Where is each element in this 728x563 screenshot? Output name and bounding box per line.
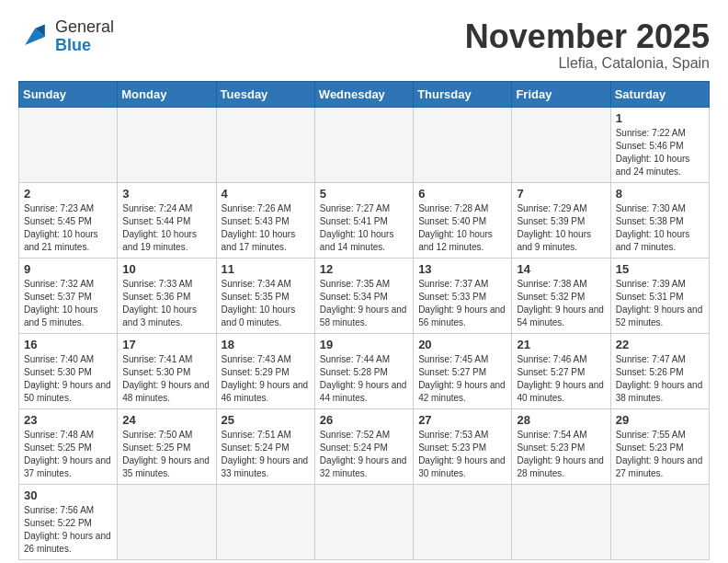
day-number: 11 (222, 262, 310, 276)
day-info: Sunrise: 7:32 AM Sunset: 5:37 PM Dayligh… (24, 278, 112, 329)
day-number: 28 (517, 413, 605, 427)
calendar-week-row: 16Sunrise: 7:40 AM Sunset: 5:30 PM Dayli… (19, 333, 710, 408)
calendar-day-cell: 22Sunrise: 7:47 AM Sunset: 5:26 PM Dayli… (610, 333, 709, 408)
day-info: Sunrise: 7:47 AM Sunset: 5:26 PM Dayligh… (616, 353, 704, 405)
calendar-day-cell (216, 107, 314, 182)
calendar-day-cell: 24Sunrise: 7:50 AM Sunset: 5:25 PM Dayli… (118, 408, 216, 484)
calendar-day-cell: 26Sunrise: 7:52 AM Sunset: 5:24 PM Dayli… (314, 408, 413, 484)
day-info: Sunrise: 7:27 AM Sunset: 5:41 PM Dayligh… (320, 202, 408, 254)
calendar-day-cell (216, 484, 314, 559)
calendar-day-cell: 5Sunrise: 7:27 AM Sunset: 5:41 PM Daylig… (314, 182, 413, 258)
day-number: 14 (517, 262, 605, 276)
calendar-day-cell: 15Sunrise: 7:39 AM Sunset: 5:31 PM Dayli… (610, 258, 709, 333)
calendar-day-cell: 10Sunrise: 7:33 AM Sunset: 5:36 PM Dayli… (118, 258, 216, 333)
day-info: Sunrise: 7:45 AM Sunset: 5:27 PM Dayligh… (418, 353, 506, 405)
day-number: 25 (222, 413, 310, 427)
day-info: Sunrise: 7:28 AM Sunset: 5:40 PM Dayligh… (418, 202, 506, 254)
calendar-day-cell: 3Sunrise: 7:24 AM Sunset: 5:44 PM Daylig… (118, 182, 216, 258)
day-info: Sunrise: 7:54 AM Sunset: 5:23 PM Dayligh… (517, 429, 605, 480)
logo: General Blue (18, 18, 114, 55)
calendar-day-cell: 1Sunrise: 7:22 AM Sunset: 5:46 PM Daylig… (610, 107, 709, 182)
day-number: 30 (24, 488, 112, 502)
calendar-day-cell: 6Sunrise: 7:28 AM Sunset: 5:40 PM Daylig… (414, 182, 512, 258)
day-number: 5 (320, 187, 408, 201)
calendar-day-cell: 14Sunrise: 7:38 AM Sunset: 5:32 PM Dayli… (512, 258, 610, 333)
day-info: Sunrise: 7:41 AM Sunset: 5:30 PM Dayligh… (122, 353, 210, 405)
day-info: Sunrise: 7:40 AM Sunset: 5:30 PM Dayligh… (24, 353, 112, 405)
day-number: 12 (320, 262, 408, 276)
calendar-table: SundayMondayTuesdayWednesdayThursdayFrid… (18, 81, 710, 560)
day-number: 16 (24, 338, 112, 351)
day-info: Sunrise: 7:38 AM Sunset: 5:32 PM Dayligh… (517, 278, 605, 329)
day-number: 20 (418, 338, 506, 351)
weekday-header-tuesday: Tuesday (216, 81, 314, 107)
calendar-day-cell: 25Sunrise: 7:51 AM Sunset: 5:24 PM Dayli… (216, 408, 314, 484)
calendar-week-row: 23Sunrise: 7:48 AM Sunset: 5:25 PM Dayli… (19, 408, 710, 484)
calendar-week-row: 9Sunrise: 7:32 AM Sunset: 5:37 PM Daylig… (19, 258, 710, 333)
calendar-day-cell: 8Sunrise: 7:30 AM Sunset: 5:38 PM Daylig… (610, 182, 709, 258)
calendar-day-cell: 23Sunrise: 7:48 AM Sunset: 5:25 PM Dayli… (19, 408, 118, 484)
calendar-day-cell: 9Sunrise: 7:32 AM Sunset: 5:37 PM Daylig… (19, 258, 118, 333)
day-info: Sunrise: 7:30 AM Sunset: 5:38 PM Dayligh… (616, 202, 704, 254)
weekday-header-thursday: Thursday (414, 81, 512, 107)
day-number: 19 (320, 338, 408, 351)
calendar-day-cell (610, 484, 709, 559)
day-number: 18 (222, 338, 310, 351)
day-number: 17 (122, 338, 210, 351)
calendar-day-cell (414, 484, 512, 559)
day-info: Sunrise: 7:48 AM Sunset: 5:25 PM Dayligh… (24, 429, 112, 480)
day-info: Sunrise: 7:33 AM Sunset: 5:36 PM Dayligh… (122, 278, 210, 329)
page-header: General Blue November 2025 Llefia, Catal… (18, 18, 710, 72)
day-number: 22 (616, 338, 704, 351)
day-number: 8 (616, 187, 704, 201)
day-info: Sunrise: 7:53 AM Sunset: 5:23 PM Dayligh… (418, 429, 506, 480)
day-info: Sunrise: 7:23 AM Sunset: 5:45 PM Dayligh… (24, 202, 112, 254)
calendar-day-cell: 2Sunrise: 7:23 AM Sunset: 5:45 PM Daylig… (19, 182, 118, 258)
day-number: 23 (24, 413, 112, 427)
calendar-day-cell (512, 107, 610, 182)
day-number: 27 (418, 413, 506, 427)
calendar-day-cell: 7Sunrise: 7:29 AM Sunset: 5:39 PM Daylig… (512, 182, 610, 258)
calendar-day-cell: 11Sunrise: 7:34 AM Sunset: 5:35 PM Dayli… (216, 258, 314, 333)
day-number: 1 (616, 111, 704, 125)
calendar-week-row: 2Sunrise: 7:23 AM Sunset: 5:45 PM Daylig… (19, 182, 710, 258)
weekday-header-friday: Friday (512, 81, 610, 107)
weekday-header-row: SundayMondayTuesdayWednesdayThursdayFrid… (19, 81, 710, 107)
day-number: 24 (122, 413, 210, 427)
day-info: Sunrise: 7:34 AM Sunset: 5:35 PM Dayligh… (222, 278, 310, 329)
location-title: Llefia, Catalonia, Spain (465, 55, 710, 72)
day-info: Sunrise: 7:29 AM Sunset: 5:39 PM Dayligh… (517, 202, 605, 254)
logo-text: General Blue (55, 18, 114, 55)
weekday-header-monday: Monday (118, 81, 216, 107)
day-info: Sunrise: 7:43 AM Sunset: 5:29 PM Dayligh… (222, 353, 310, 405)
day-number: 7 (517, 187, 605, 201)
weekday-header-wednesday: Wednesday (314, 81, 413, 107)
day-info: Sunrise: 7:26 AM Sunset: 5:43 PM Dayligh… (222, 202, 310, 254)
calendar-day-cell: 16Sunrise: 7:40 AM Sunset: 5:30 PM Dayli… (19, 333, 118, 408)
calendar-day-cell: 29Sunrise: 7:55 AM Sunset: 5:23 PM Dayli… (610, 408, 709, 484)
calendar-week-row: 1Sunrise: 7:22 AM Sunset: 5:46 PM Daylig… (19, 107, 710, 182)
logo-icon (18, 20, 51, 53)
calendar-day-cell: 27Sunrise: 7:53 AM Sunset: 5:23 PM Dayli… (414, 408, 512, 484)
calendar-day-cell: 19Sunrise: 7:44 AM Sunset: 5:28 PM Dayli… (314, 333, 413, 408)
day-info: Sunrise: 7:39 AM Sunset: 5:31 PM Dayligh… (616, 278, 704, 329)
month-title: November 2025 (465, 18, 710, 55)
weekday-header-sunday: Sunday (19, 81, 118, 107)
calendar-day-cell (118, 484, 216, 559)
calendar-day-cell (19, 107, 118, 182)
day-info: Sunrise: 7:24 AM Sunset: 5:44 PM Dayligh… (122, 202, 210, 254)
calendar-day-cell (118, 107, 216, 182)
calendar-day-cell: 13Sunrise: 7:37 AM Sunset: 5:33 PM Dayli… (414, 258, 512, 333)
day-info: Sunrise: 7:51 AM Sunset: 5:24 PM Dayligh… (222, 429, 310, 480)
calendar-title-section: November 2025 Llefia, Catalonia, Spain (465, 18, 710, 72)
day-info: Sunrise: 7:56 AM Sunset: 5:22 PM Dayligh… (24, 504, 112, 556)
day-number: 4 (222, 187, 310, 201)
day-info: Sunrise: 7:22 AM Sunset: 5:46 PM Dayligh… (616, 127, 704, 178)
day-info: Sunrise: 7:55 AM Sunset: 5:23 PM Dayligh… (616, 429, 704, 480)
day-number: 2 (24, 187, 112, 201)
day-info: Sunrise: 7:35 AM Sunset: 5:34 PM Dayligh… (320, 278, 408, 329)
day-number: 21 (517, 338, 605, 351)
day-number: 26 (320, 413, 408, 427)
calendar-day-cell (314, 107, 413, 182)
calendar-day-cell: 4Sunrise: 7:26 AM Sunset: 5:43 PM Daylig… (216, 182, 314, 258)
